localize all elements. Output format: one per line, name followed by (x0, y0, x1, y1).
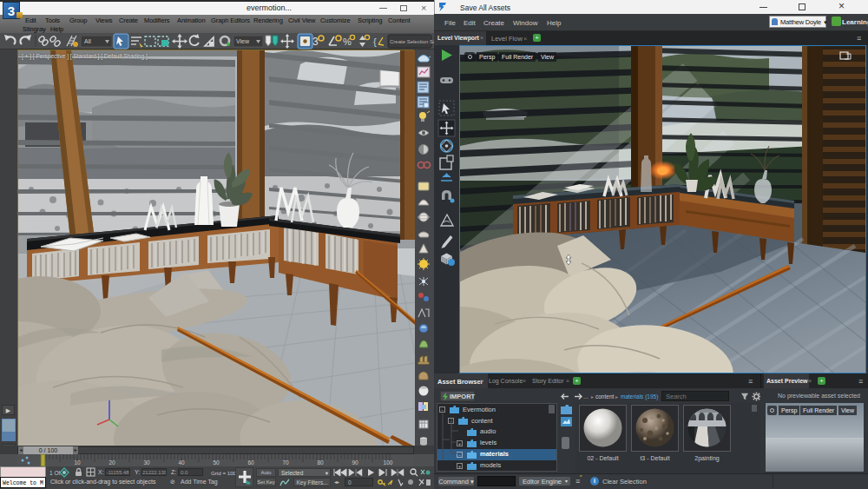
svg-text:View: View (236, 38, 250, 44)
svg-text:60: 60 (247, 459, 254, 466)
svg-text:Create Selection Se: Create Selection Se (390, 39, 434, 44)
svg-text:10: 10 (74, 459, 81, 466)
svg-text:{: { (373, 36, 377, 47)
svg-text:70: 70 (282, 459, 289, 466)
svg-text:30: 30 (143, 459, 150, 466)
svg-text:80: 80 (317, 459, 324, 466)
svg-text:20: 20 (108, 459, 115, 466)
svg-text:50: 50 (213, 459, 220, 466)
svg-text:90: 90 (352, 459, 358, 466)
svg-text:3: 3 (312, 36, 319, 48)
svg-text:All: All (84, 38, 91, 44)
svg-text:40: 40 (178, 459, 185, 466)
svg-text:100: 100 (384, 459, 393, 466)
